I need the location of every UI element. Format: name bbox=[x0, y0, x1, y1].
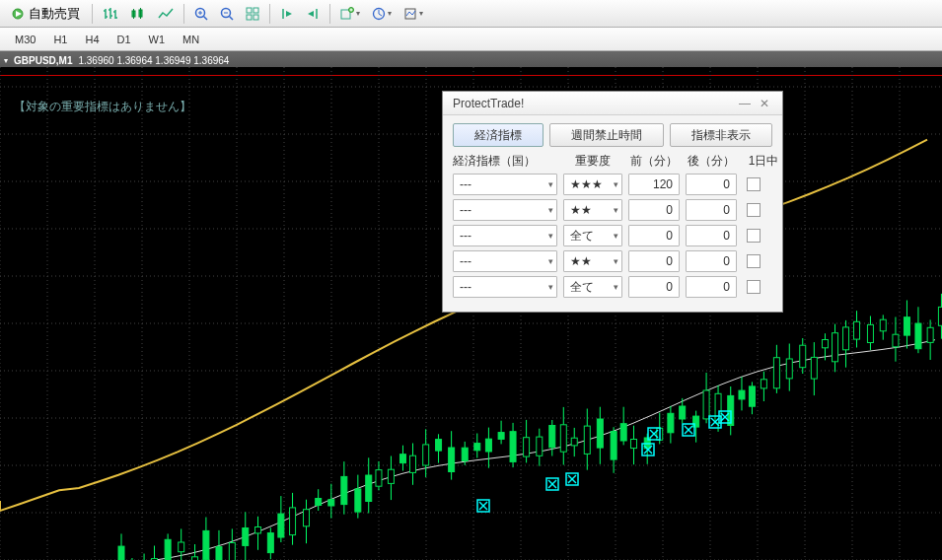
svg-rect-97 bbox=[341, 476, 347, 504]
shift-icon bbox=[280, 7, 294, 21]
dropdown-arrow-icon: ▾ bbox=[356, 9, 360, 18]
timeframe-m30[interactable]: M30 bbox=[6, 30, 44, 49]
allday-checkbox[interactable] bbox=[747, 254, 761, 268]
allday-checkbox[interactable] bbox=[747, 177, 761, 191]
svg-rect-119 bbox=[474, 444, 480, 451]
svg-rect-145 bbox=[630, 440, 636, 449]
col-before: 前（分） bbox=[628, 153, 680, 170]
svg-rect-169 bbox=[773, 358, 779, 388]
country-select[interactable]: --- bbox=[453, 276, 557, 298]
svg-rect-195 bbox=[927, 327, 933, 342]
chart-ohlc-label: 1.36960 1.36964 1.36949 1.36964 bbox=[78, 55, 229, 66]
svg-rect-175 bbox=[811, 357, 817, 379]
timeframe-d1[interactable]: D1 bbox=[109, 30, 140, 49]
timeframe-w1[interactable]: W1 bbox=[140, 30, 175, 49]
candle-chart-button[interactable] bbox=[125, 3, 151, 25]
timeframe-h4[interactable]: H4 bbox=[76, 30, 108, 49]
svg-rect-133 bbox=[560, 425, 566, 452]
allday-checkbox[interactable] bbox=[747, 203, 761, 217]
line-chart-icon bbox=[158, 7, 174, 21]
svg-rect-83 bbox=[255, 527, 261, 533]
allday-checkbox[interactable] bbox=[747, 280, 761, 294]
tile-windows-button[interactable] bbox=[241, 3, 264, 25]
after-minutes-input[interactable] bbox=[686, 250, 737, 272]
chart-menu-arrow-icon[interactable]: ▾ bbox=[4, 56, 8, 65]
indicators-icon bbox=[340, 7, 354, 21]
svg-rect-95 bbox=[328, 500, 334, 506]
svg-rect-93 bbox=[316, 499, 322, 506]
before-minutes-input[interactable] bbox=[628, 276, 680, 298]
timeframe-mn[interactable]: MN bbox=[174, 30, 208, 49]
periodicity-button[interactable]: ▾ bbox=[367, 3, 397, 25]
shift-chart-button[interactable] bbox=[275, 3, 299, 25]
svg-rect-167 bbox=[761, 380, 766, 388]
country-select[interactable]: --- bbox=[453, 225, 557, 246]
zoom-in-button[interactable] bbox=[189, 3, 213, 25]
before-minutes-input[interactable] bbox=[628, 199, 680, 221]
templates-button[interactable]: ▾ bbox=[399, 3, 428, 25]
line-chart-button[interactable] bbox=[153, 3, 179, 25]
toolbar-separator bbox=[269, 4, 270, 24]
play-icon bbox=[11, 7, 25, 21]
svg-rect-13 bbox=[247, 8, 252, 13]
table-header: 経済指標（国） 重要度 前（分） 後（分） 1日中 bbox=[453, 153, 772, 170]
indicator-status-text: 【対象の重要指標はありません】 bbox=[14, 99, 191, 115]
svg-rect-105 bbox=[388, 469, 394, 483]
dialog-titlebar[interactable]: ProtectTrade! — ✕ bbox=[443, 92, 782, 115]
autoscroll-button[interactable] bbox=[301, 3, 325, 25]
dialog-title-text: ProtectTrade! bbox=[453, 97, 524, 110]
bar-chart-button[interactable] bbox=[98, 3, 123, 25]
svg-rect-179 bbox=[833, 333, 838, 362]
minimize-button[interactable]: — bbox=[735, 96, 755, 111]
country-select[interactable]: --- bbox=[453, 174, 557, 195]
importance-select[interactable]: 全て bbox=[563, 276, 622, 298]
toolbar-separator bbox=[329, 4, 330, 24]
after-minutes-input[interactable] bbox=[686, 199, 737, 221]
zoom-out-button[interactable] bbox=[215, 3, 239, 25]
country-select[interactable]: --- bbox=[453, 199, 557, 221]
svg-rect-181 bbox=[843, 327, 849, 350]
before-minutes-input[interactable] bbox=[628, 174, 680, 195]
svg-rect-139 bbox=[597, 419, 603, 448]
close-button[interactable]: ✕ bbox=[755, 96, 774, 111]
tile-icon bbox=[246, 7, 259, 21]
indicators-button[interactable]: ▾ bbox=[335, 3, 365, 25]
svg-line-27 bbox=[379, 14, 382, 16]
indicator-row: ---★★★ bbox=[453, 174, 772, 195]
after-minutes-input[interactable] bbox=[686, 225, 737, 246]
importance-select[interactable]: ★★ bbox=[563, 199, 622, 221]
svg-rect-123 bbox=[498, 433, 504, 440]
svg-rect-157 bbox=[703, 390, 709, 419]
svg-rect-111 bbox=[423, 445, 429, 465]
autotrade-button[interactable]: 自動売買 bbox=[4, 3, 87, 25]
svg-rect-81 bbox=[243, 528, 249, 546]
importance-select[interactable]: ★★ bbox=[563, 250, 622, 272]
country-select[interactable]: --- bbox=[453, 250, 557, 272]
tab-weekly-ban[interactable]: 週間禁止時間 bbox=[549, 123, 664, 147]
svg-rect-153 bbox=[680, 406, 686, 419]
svg-rect-14 bbox=[254, 8, 258, 13]
indicator-row: ---全て bbox=[453, 225, 772, 246]
svg-rect-107 bbox=[399, 455, 405, 463]
allday-checkbox[interactable] bbox=[747, 229, 761, 243]
before-minutes-input[interactable] bbox=[628, 250, 680, 272]
timeframe-h1[interactable]: H1 bbox=[44, 30, 76, 49]
svg-rect-193 bbox=[915, 323, 921, 349]
svg-rect-28 bbox=[405, 9, 415, 19]
before-minutes-input[interactable] bbox=[628, 225, 680, 246]
main-toolbar: 自動売買 ▾ ▾ ▾ bbox=[0, 0, 942, 28]
importance-select[interactable]: ★★★ bbox=[563, 174, 622, 195]
svg-rect-71 bbox=[179, 542, 184, 552]
after-minutes-input[interactable] bbox=[686, 174, 737, 195]
zoom-in-icon bbox=[194, 7, 208, 21]
tab-economic[interactable]: 経済指標 bbox=[453, 123, 543, 147]
svg-rect-121 bbox=[485, 439, 491, 452]
toolbar-separator bbox=[183, 4, 184, 24]
tab-hide-indicator[interactable]: 指標非表示 bbox=[670, 123, 772, 147]
indicator-row: ---★★ bbox=[453, 250, 772, 272]
after-minutes-input[interactable] bbox=[686, 276, 737, 298]
indicator-row: ---★★ bbox=[453, 199, 772, 221]
autotrade-label: 自動売買 bbox=[29, 5, 80, 23]
svg-rect-127 bbox=[524, 438, 530, 456]
importance-select[interactable]: 全て bbox=[563, 225, 622, 246]
